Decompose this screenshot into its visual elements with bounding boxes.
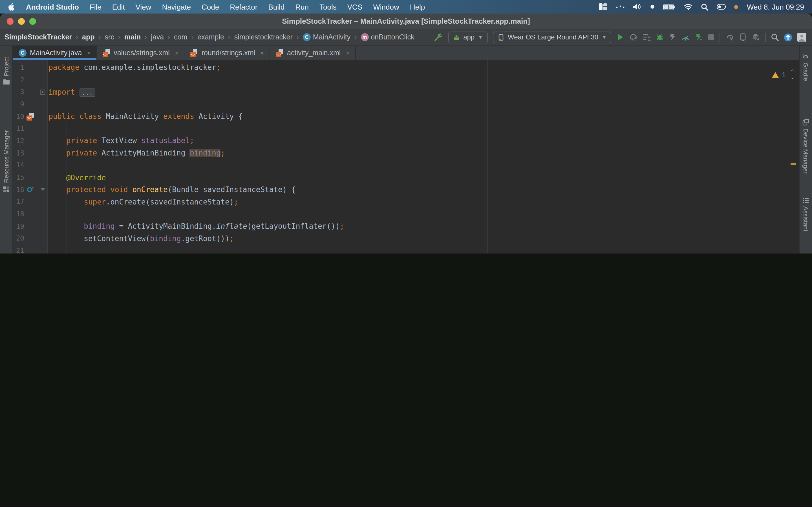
breadcrumb-separator-icon: › [99,33,101,41]
inspection-widget[interactable]: 1 ⌃ ⌄ [772,69,795,80]
code-line-3[interactable]: 3+import ... [13,86,799,98]
profile-restart-icon[interactable] [695,33,703,41]
control-center-icon[interactable] [717,4,726,10]
tab-activity-main-xml[interactable]: <>activity_main.xml× [270,46,356,60]
window-split-icon[interactable] [599,3,608,10]
class-icon: C [303,33,311,41]
menu-help[interactable]: Help [410,3,425,11]
breadcrumb: SimpleStockTracker›app›src›main›java›com… [4,33,414,41]
device-manager-icon[interactable] [739,33,747,41]
dot-icon[interactable] [651,4,655,9]
line-number: 16 [13,186,24,193]
breadcrumb-item-src[interactable]: src [105,33,114,41]
tool-window-label: Project [3,57,10,76]
code-line-9[interactable]: 9 [13,98,799,110]
breadcrumb-label: main [124,33,141,41]
code-line-17[interactable]: 17 super.onCreate(savedInstanceState); [13,196,799,208]
menubar-clock[interactable]: Wed 8. Jun 09:29 [747,3,804,11]
battery-icon[interactable] [663,4,676,10]
next-problem-icon[interactable]: ⌄ [790,75,795,80]
breadcrumb-item-app[interactable]: app [82,33,94,41]
menu-refactor[interactable]: Refactor [230,3,257,11]
code-line-19[interactable]: 19 binding = ActivityMainBinding.inflate… [13,220,799,232]
code-line-16[interactable]: 16↑ protected void onCreate(Bundle saved… [13,184,799,196]
tool-window-button-gradle[interactable]: Gradle [800,54,812,81]
breadcrumb-item-onbuttonclick[interactable]: monButtonClick [361,33,414,41]
gradle-sync-icon[interactable] [725,33,734,41]
breadcrumb-item-mainactivity[interactable]: CMainActivity [303,33,350,41]
run-configuration-select[interactable]: app ▼ [448,31,488,43]
close-tab-icon[interactable]: × [87,49,91,56]
code-line-18[interactable]: 18 [13,208,799,220]
avatar-icon[interactable] [797,33,806,42]
breadcrumb-item-java[interactable]: java [151,33,164,41]
breadcrumb-item-example[interactable]: example [197,33,224,41]
breadcrumb-item-com[interactable]: com [174,33,187,41]
breadcrumb-item-simplestocktracker[interactable]: SimpleStockTracker [4,33,72,41]
sdk-manager-icon[interactable] [752,33,760,41]
close-tab-icon[interactable]: × [346,49,349,56]
code-line-15[interactable]: 15 @Override [13,171,799,183]
line-number: 10 [13,112,24,120]
code-line-11[interactable]: 11 [13,122,799,135]
menu-view[interactable]: View [135,3,151,11]
menu-navigate[interactable]: Navigate [162,3,191,11]
apply-code-changes-icon[interactable] [669,33,676,41]
build-hammer-icon[interactable] [433,32,443,42]
apple-icon[interactable] [8,3,15,11]
wifi-icon[interactable] [684,4,693,10]
close-window-button[interactable] [7,18,13,25]
code-line-10[interactable]: 10<>public class MainActivity extends Ac… [13,110,799,122]
menu-window[interactable]: Window [373,3,399,11]
layout-file-icon[interactable]: <> [27,112,35,120]
code-line-12[interactable]: 12 private TextView statusLabel; [13,135,799,147]
error-stripe-warning-mark[interactable] [791,163,796,165]
zoom-window-button[interactable] [29,18,36,25]
menu-tools[interactable]: Tools [319,3,337,11]
tool-window-button-assistant[interactable]: Assistant [800,198,812,231]
code-editor[interactable]: 1package com.example.simplestocktracker;… [13,60,799,253]
breadcrumb-item-simplestocktracker[interactable]: simplestocktracker [234,33,293,41]
menubar-app-name[interactable]: Android Studio [26,3,79,11]
device-select[interactable]: Wear OS Large Round API 30 ▼ [493,31,611,43]
tab-values-strings-xml[interactable]: <>values/strings.xml× [97,46,185,60]
menu-run[interactable]: Run [295,3,309,11]
run-restart-icon[interactable] [643,34,651,41]
speaker-icon[interactable] [633,3,642,10]
breadcrumb-separator-icon: › [191,33,193,41]
tab-mainactivity-java[interactable]: CMainActivity.java× [13,46,97,60]
run-icon[interactable] [616,33,624,41]
breadcrumb-item-main[interactable]: main [124,33,141,41]
code-line-2[interactable]: 2 [13,73,799,86]
menu-code[interactable]: Code [202,3,219,11]
minimize-window-button[interactable] [18,18,25,25]
code-line-14[interactable]: 14 [13,159,799,171]
window-titlebar[interactable]: SimpleStockTracker – MainActivity.java [… [0,13,812,29]
fold-expand-icon[interactable]: + [40,89,45,94]
update-icon[interactable] [784,33,792,41]
close-tab-icon[interactable]: × [260,49,264,56]
code-line-13[interactable]: 13 private ActivityMainBinding binding; [13,147,799,159]
ellipsis-icon[interactable] [616,5,625,8]
apply-changes-icon[interactable]: A [629,33,638,41]
overriding-method-icon[interactable]: ↑ [27,186,34,193]
prev-problem-icon[interactable]: ⌃ [790,69,795,74]
code-line-1[interactable]: 1package com.example.simplestocktracker; [13,61,799,73]
spotlight-icon[interactable] [701,3,709,10]
menu-vcs[interactable]: VCS [347,3,362,11]
close-tab-icon[interactable]: × [175,49,179,56]
fold-open-icon[interactable] [40,188,45,191]
tool-window-button-resource-manager[interactable]: Resource Manager [0,130,12,192]
tool-window-button-project[interactable]: Project [0,57,12,86]
stop-icon[interactable] [708,34,714,41]
profiler-gauge-icon[interactable] [681,34,690,41]
tab-round-strings-xml[interactable]: <>round/strings.xml× [185,46,270,60]
code-line-20[interactable]: 20 setContentView(binding.getRoot()); [13,232,799,244]
menu-edit[interactable]: Edit [112,3,125,11]
debug-icon[interactable] [656,33,664,41]
breadcrumb-separator-icon: › [145,33,147,41]
tool-window-button-device-manager[interactable]: Device Manager [800,119,812,173]
menu-build[interactable]: Build [268,3,285,11]
menu-file[interactable]: File [90,3,101,11]
search-everywhere-icon[interactable] [771,33,779,41]
